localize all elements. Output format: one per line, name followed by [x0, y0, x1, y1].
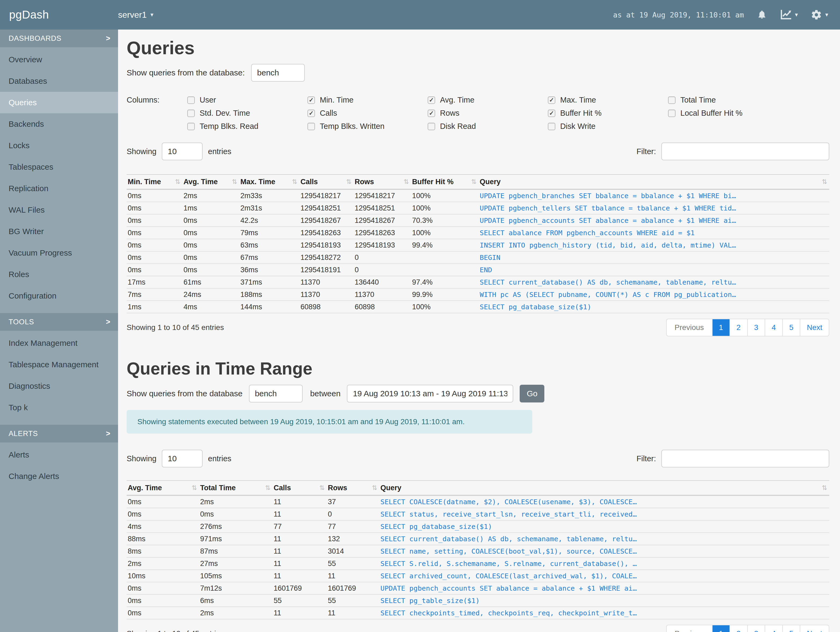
checkbox-checked-icon[interactable]: ✓: [428, 97, 435, 104]
checkbox-checked-icon[interactable]: ✓: [548, 97, 555, 104]
query-link[interactable]: END: [478, 264, 829, 276]
pagination-page-1[interactable]: 1: [712, 319, 730, 336]
sidebar-section-alerts[interactable]: ALERTS>: [0, 425, 118, 442]
column-header-total-time[interactable]: ⇅Total Time: [199, 481, 273, 495]
query-link[interactable]: SELECT COALESCE(datname, $2), COALESCE(u…: [379, 495, 829, 508]
column-toggle-max-time[interactable]: ✓Max. Time: [548, 95, 668, 105]
column-toggle-user[interactable]: User: [187, 95, 308, 105]
pagination-previous[interactable]: Previous: [667, 319, 712, 336]
pagination-page-4[interactable]: 4: [764, 319, 782, 336]
database-input-2[interactable]: [249, 385, 303, 402]
time-range-input[interactable]: [347, 385, 513, 402]
checkbox-checked-icon[interactable]: ✓: [548, 109, 555, 117]
sidebar-item-diagnostics[interactable]: Diagnostics: [0, 375, 118, 397]
column-header-calls[interactable]: ⇅Calls: [299, 174, 354, 189]
column-header-rows[interactable]: ⇅Rows: [354, 174, 411, 189]
query-link[interactable]: INSERT INTO pgbench_history (tid, bid, a…: [478, 239, 829, 251]
checkbox-unchecked-icon[interactable]: [187, 123, 195, 130]
go-button[interactable]: Go: [519, 385, 544, 402]
column-header-avg-time[interactable]: ⇅Avg. Time: [126, 481, 199, 495]
pagination-page-3[interactable]: 3: [747, 625, 765, 632]
column-header-max-time[interactable]: ⇅Max. Time: [239, 174, 299, 189]
sidebar-item-bg-writer[interactable]: BG Writer: [0, 221, 118, 242]
column-toggle-min-time[interactable]: ✓Min. Time: [308, 95, 428, 105]
sidebar-item-roles[interactable]: Roles: [0, 264, 118, 285]
analytics-menu[interactable]: ▾: [780, 10, 798, 20]
column-toggle-buffer-hit[interactable]: ✓Buffer Hit %: [548, 109, 668, 117]
sidebar-item-wal-files[interactable]: WAL Files: [0, 199, 118, 221]
query-link[interactable]: SELECT abalance FROM pgbench_accounts WH…: [478, 227, 829, 239]
column-toggle-temp-blks-read[interactable]: Temp Blks. Read: [187, 122, 308, 131]
sidebar-section-dashboards[interactable]: DASHBOARDS>: [0, 30, 118, 47]
checkbox-checked-icon[interactable]: ✓: [308, 97, 315, 104]
checkbox-unchecked-icon[interactable]: [308, 123, 315, 130]
pagination-next[interactable]: Next: [800, 319, 829, 336]
pagination-next[interactable]: Next: [800, 625, 829, 632]
sidebar-section-tools[interactable]: TOOLS>: [0, 313, 118, 331]
column-toggle-total-time[interactable]: Total Time: [668, 95, 788, 105]
pagination-page-2[interactable]: 2: [729, 319, 747, 336]
database-input[interactable]: [251, 64, 305, 82]
sidebar-item-index-management[interactable]: Index Management: [0, 333, 118, 354]
pagination-page-4[interactable]: 4: [764, 625, 782, 632]
filter-input-2[interactable]: [661, 450, 829, 467]
query-link[interactable]: WITH pc AS (SELECT pubname, COUNT(*) AS …: [478, 288, 829, 301]
column-toggle-calls[interactable]: ✓Calls: [308, 109, 428, 117]
sidebar-item-tablespaces[interactable]: Tablespaces: [0, 156, 118, 178]
pagination-page-1[interactable]: 1: [712, 625, 730, 632]
column-toggle-std-dev-time[interactable]: Std. Dev. Time: [187, 109, 308, 117]
pagination-page-5[interactable]: 5: [782, 319, 800, 336]
entries-count-input[interactable]: [162, 143, 202, 160]
checkbox-unchecked-icon[interactable]: [428, 123, 435, 130]
checkbox-unchecked-icon[interactable]: [187, 97, 195, 104]
column-toggle-temp-blks-written[interactable]: Temp Blks. Written: [308, 122, 428, 131]
sidebar-item-locks[interactable]: Locks: [0, 135, 118, 156]
checkbox-checked-icon[interactable]: ✓: [308, 109, 315, 117]
sidebar-item-queries[interactable]: Queries: [0, 92, 118, 113]
pagination-page-5[interactable]: 5: [782, 625, 800, 632]
sidebar-item-top-k[interactable]: Top k: [0, 397, 118, 418]
server-selector[interactable]: server1 ▾: [118, 10, 153, 20]
column-header-rows[interactable]: ⇅Rows: [327, 481, 379, 495]
checkbox-unchecked-icon[interactable]: [668, 97, 676, 104]
sidebar-item-overview[interactable]: Overview: [0, 49, 118, 70]
sidebar-item-vacuum-progress[interactable]: Vacuum Progress: [0, 242, 118, 264]
sidebar-item-databases[interactable]: Databases: [0, 70, 118, 92]
entries-count-input-2[interactable]: [162, 450, 202, 467]
settings-menu[interactable]: ▾: [811, 9, 828, 21]
query-link[interactable]: SELECT S.relid, S.schemaname, S.relname,…: [379, 558, 829, 570]
column-header-buffer-hit[interactable]: ⇅Buffer Hit %: [411, 174, 478, 189]
column-toggle-rows[interactable]: ✓Rows: [428, 109, 548, 117]
checkbox-checked-icon[interactable]: ✓: [428, 109, 435, 117]
column-header-query[interactable]: ⇅Query: [379, 481, 829, 495]
column-toggle-disk-write[interactable]: Disk Write: [548, 122, 668, 131]
pagination-previous[interactable]: Previous: [667, 625, 712, 632]
query-link[interactable]: UPDATE pgbench_accounts SET abalance = a…: [478, 214, 829, 227]
checkbox-unchecked-icon[interactable]: [548, 123, 555, 130]
column-toggle-local-buffer-hit[interactable]: Local Buffer Hit %: [668, 109, 788, 117]
pagination-page-2[interactable]: 2: [729, 625, 747, 632]
query-link[interactable]: SELECT pg_database_size($1): [379, 520, 829, 533]
column-header-query[interactable]: ⇅Query: [478, 174, 829, 189]
checkbox-unchecked-icon[interactable]: [187, 109, 195, 117]
filter-input[interactable]: [661, 143, 829, 160]
query-link[interactable]: SELECT current_database() AS db, scheman…: [478, 276, 829, 288]
query-link[interactable]: SELECT archived_count, COALESCE(last_arc…: [379, 570, 829, 582]
query-link[interactable]: SELECT checkpoints_timed, checkpoints_re…: [379, 607, 829, 619]
query-link[interactable]: SELECT pg_database_size($1): [478, 301, 829, 313]
column-header-avg-time[interactable]: ⇅Avg. Time: [182, 174, 239, 189]
column-header-calls[interactable]: ⇅Calls: [273, 481, 327, 495]
query-link[interactable]: SELECT current_database() AS db, scheman…: [379, 533, 829, 545]
column-toggle-disk-read[interactable]: Disk Read: [428, 122, 548, 131]
query-link[interactable]: UPDATE pgbench_accounts SET abalance = a…: [379, 582, 829, 594]
column-toggle-avg-time[interactable]: ✓Avg. Time: [428, 95, 548, 105]
sidebar-item-backends[interactable]: Backends: [0, 113, 118, 135]
query-link[interactable]: UPDATE pgbench_tellers SET tbalance = tb…: [478, 202, 829, 214]
query-link[interactable]: BEGIN: [478, 251, 829, 264]
notifications-button[interactable]: [757, 9, 767, 21]
sidebar-item-configuration[interactable]: Configuration: [0, 285, 118, 307]
query-link[interactable]: SELECT status, receive_start_lsn, receiv…: [379, 508, 829, 520]
sidebar-item-tablespace-management[interactable]: Tablespace Management: [0, 354, 118, 375]
query-link[interactable]: SELECT name, setting, COALESCE(boot_val,…: [379, 545, 829, 558]
sidebar-item-replication[interactable]: Replication: [0, 178, 118, 199]
